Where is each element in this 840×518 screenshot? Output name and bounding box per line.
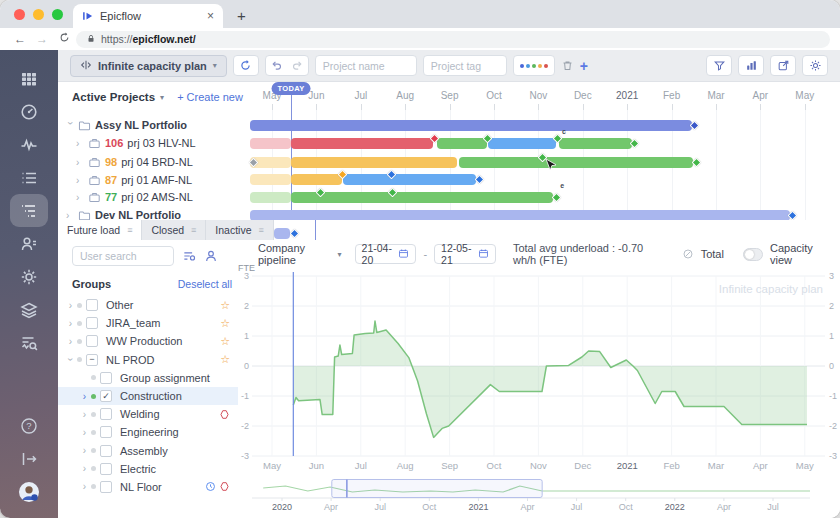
- group-checkbox[interactable]: [100, 445, 112, 457]
- gantt-bar-segment[interactable]: [291, 174, 342, 185]
- favorite-star-icon[interactable]: ☆: [220, 353, 230, 366]
- chevron-icon[interactable]: ›: [80, 427, 89, 438]
- pipeline-dropdown[interactable]: Company pipeline: [258, 242, 331, 266]
- project-row[interactable]: ›87prj 01 AMF-NL: [76, 172, 192, 188]
- group-checkbox[interactable]: [100, 426, 112, 438]
- project-row[interactable]: ›106prj 03 HLV-NL: [76, 135, 196, 151]
- group-checkbox[interactable]: −: [86, 354, 98, 366]
- chevron-icon[interactable]: ›: [80, 445, 89, 456]
- filter-lines-icon[interactable]: [182, 249, 196, 263]
- chevron-icon[interactable]: ›: [80, 463, 89, 474]
- gantt-bar-segment[interactable]: [559, 138, 631, 149]
- project-row[interactable]: ›77prj 02 AMS-NL: [76, 189, 193, 205]
- sidebar-item-wbs[interactable]: [10, 194, 48, 227]
- sidebar-item-activity[interactable]: [10, 128, 48, 161]
- redo-icon[interactable]: [287, 55, 308, 76]
- group-checkbox[interactable]: [86, 299, 98, 311]
- tab-future-load[interactable]: Future load≡: [58, 220, 142, 240]
- tab-menu-icon[interactable]: ≡: [127, 225, 132, 235]
- group-row-group-assignment[interactable]: Group assignment: [58, 369, 238, 387]
- favorite-star-icon[interactable]: ☆: [220, 317, 230, 330]
- milestone-diamond[interactable]: [692, 158, 702, 168]
- favorite-star-icon[interactable]: ☆: [220, 335, 230, 348]
- group-checkbox[interactable]: [100, 463, 112, 475]
- gantt-bar-segment[interactable]: [343, 174, 476, 185]
- minimize-window-button[interactable]: [33, 9, 44, 20]
- portfolio-row[interactable]: ›Dev NL Portfolio: [66, 207, 181, 220]
- new-tab-button[interactable]: +: [237, 8, 246, 23]
- chevron-right-icon[interactable]: ›: [66, 210, 74, 221]
- group-row-nl-floor[interactable]: ›NL Floor: [58, 478, 238, 496]
- group-row-electric[interactable]: ›Electric: [58, 460, 238, 478]
- chevron-icon[interactable]: ›: [66, 318, 75, 329]
- milestone-diamond[interactable]: [475, 175, 485, 185]
- group-checkbox[interactable]: ✓: [100, 390, 112, 402]
- add-icon[interactable]: +: [580, 59, 588, 73]
- group-row-construction[interactable]: ›✓Construction: [58, 387, 238, 405]
- filter-button[interactable]: [706, 55, 732, 76]
- sidebar-item-settings[interactable]: [10, 260, 48, 293]
- close-tab-icon[interactable]: ×: [207, 10, 214, 22]
- gantt-bar-segment[interactable]: [250, 192, 291, 203]
- trash-icon[interactable]: [561, 59, 574, 72]
- deselect-all-link[interactable]: Deselect all: [178, 278, 232, 290]
- chevron-icon[interactable]: ›: [80, 409, 89, 420]
- timeline-minimap[interactable]: 2020AprJulOct2021AprJulOct2022AprJul: [238, 478, 840, 518]
- favorite-star-icon[interactable]: ☆: [220, 299, 230, 312]
- chevron-right-icon[interactable]: ›: [76, 175, 84, 186]
- reload-icon[interactable]: [54, 32, 74, 46]
- close-window-button[interactable]: [14, 9, 25, 20]
- group-checkbox[interactable]: [100, 481, 112, 493]
- tab-menu-icon[interactable]: ≡: [259, 225, 264, 235]
- back-icon[interactable]: ←: [10, 32, 30, 46]
- project-tag-input[interactable]: [423, 55, 507, 76]
- milestone-diamond[interactable]: [290, 229, 300, 239]
- project-name-input[interactable]: [315, 55, 417, 76]
- group-row-nl-prod[interactable]: ›−NL PROD☆: [58, 351, 238, 369]
- address-bar[interactable]: https://epicflow.net/: [76, 31, 830, 48]
- project-row[interactable]: ›98prj 04 BRD-NL: [76, 154, 193, 170]
- tab-menu-icon[interactable]: ≡: [191, 225, 196, 235]
- chevron-icon[interactable]: ›: [65, 355, 76, 364]
- scenario-selector-button[interactable]: Infinite capacity plan ▾: [70, 55, 227, 77]
- milestone-diamond[interactable]: [551, 193, 561, 203]
- chevron-right-icon[interactable]: ›: [76, 138, 84, 149]
- sidebar-item-team[interactable]: [10, 227, 48, 260]
- group-row-welding[interactable]: ›Welding: [58, 405, 238, 423]
- sidebar-item-analysis[interactable]: [10, 326, 48, 359]
- load-area-chart[interactable]: MayJunJulAugSepOctNovDec2021FebMarAprMay…: [238, 268, 840, 478]
- group-checkbox[interactable]: [86, 335, 98, 347]
- user-icon[interactable]: [204, 249, 218, 263]
- columns-button[interactable]: [738, 55, 764, 76]
- group-row-assembly[interactable]: ›Assembly: [58, 442, 238, 460]
- chevron-icon[interactable]: ›: [80, 481, 89, 492]
- gantt-bar-segment[interactable]: [274, 228, 291, 239]
- date-from-input[interactable]: 21-04-20: [355, 244, 417, 264]
- gantt-bar-segment[interactable]: [488, 138, 556, 149]
- chevron-down-icon[interactable]: ›: [65, 121, 76, 129]
- gantt-bar-segment[interactable]: [459, 157, 693, 168]
- gantt-bar-segment[interactable]: [250, 210, 790, 220]
- tab-inactive[interactable]: Inactive≡: [206, 220, 273, 240]
- gantt-bar-segment[interactable]: [291, 192, 553, 203]
- gantt-bar-segment[interactable]: [250, 138, 291, 149]
- tab-closed[interactable]: Closed≡: [142, 220, 206, 240]
- projects-filter-dropdown[interactable]: Active Projects: [72, 91, 155, 103]
- sidebar-item-help[interactable]: ?: [10, 409, 48, 442]
- gantt-bar-segment[interactable]: [437, 138, 487, 149]
- sidebar-item-logout[interactable]: [10, 442, 48, 475]
- browser-tab[interactable]: Epicflow ×: [73, 4, 223, 28]
- capacity-view-toggle[interactable]: [743, 248, 763, 261]
- chevron-right-icon[interactable]: ›: [76, 157, 84, 168]
- group-row-other[interactable]: ›Other☆: [58, 296, 238, 314]
- forward-icon[interactable]: →: [32, 32, 52, 46]
- group-checkbox[interactable]: [86, 317, 98, 329]
- sidebar-item-layers[interactable]: [10, 293, 48, 326]
- sidebar-item-grid[interactable]: [10, 62, 48, 95]
- portfolio-row[interactable]: ›Assy NL Portfolio: [66, 117, 187, 133]
- group-row-jira_team[interactable]: ›JIRA_team☆: [58, 314, 238, 332]
- gantt-bar-segment[interactable]: [250, 120, 692, 131]
- refresh-button[interactable]: [233, 55, 259, 76]
- export-button[interactable]: [770, 55, 796, 76]
- sidebar-item-avatar[interactable]: [10, 475, 48, 508]
